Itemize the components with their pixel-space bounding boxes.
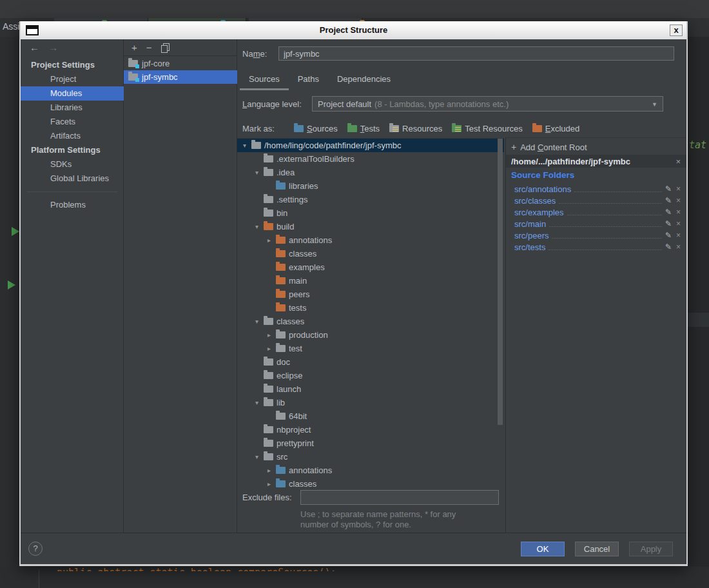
edit-icon[interactable]: ✎ [665,184,672,193]
source-folder-link[interactable]: src/examples [514,208,564,217]
cancel-button[interactable]: Cancel [575,542,619,556]
run-icon[interactable] [12,227,19,236]
tab-sources[interactable]: Sources [240,70,289,90]
tree-node--settings[interactable]: .settings [237,193,504,206]
tree-node-classes[interactable]: classes [237,247,504,260]
source-folder-src-peers[interactable]: src/peers✎× [506,230,686,241]
chevron-collapsed-icon[interactable]: ▸ [264,467,274,474]
tree-node-64bit[interactable]: 64bit [237,409,504,423]
source-folder-link[interactable]: src/peers [514,231,549,240]
ok-button[interactable]: OK [521,542,565,556]
tree-node-tests[interactable]: tests [237,301,504,315]
tree-node-examples[interactable]: examples [237,260,504,274]
content-root-row[interactable]: /home/.../pathfinder/jpf-symbc × [506,155,686,168]
tree-node-build[interactable]: ▾build [237,220,504,233]
remove-icon[interactable]: × [676,219,681,228]
remove-icon[interactable]: − [146,42,152,53]
module-item-jpf-symbc[interactable]: jpf-symbc [124,70,237,84]
sidebar-item-modules[interactable]: Modules [21,86,124,101]
source-folder-link[interactable]: src/annotations [514,184,571,194]
add-icon[interactable]: + [131,42,137,53]
tree-node-eclipse[interactable]: eclipse [237,369,504,382]
chevron-expanded-icon[interactable]: ▾ [252,169,262,176]
edit-icon[interactable]: ✎ [665,219,672,228]
edit-icon[interactable]: ✎ [665,242,672,251]
chevron-expanded-icon[interactable]: ▾ [252,223,262,230]
tree-node-annotations[interactable]: ▸annotations [237,464,504,477]
sidebar-item-problems[interactable]: Problems [21,198,124,212]
sidebar-item-facets[interactable]: Facets [21,115,124,129]
exclude-files-input[interactable] [300,490,499,505]
source-folder-src-main[interactable]: src/main✎× [506,218,686,230]
remove-content-root-icon[interactable]: × [675,157,681,166]
edit-icon[interactable]: ✎ [665,231,672,240]
mark-as-resources[interactable]: Resources [389,124,442,133]
edit-icon[interactable]: ✎ [665,196,672,205]
tab-paths[interactable]: Paths [289,70,328,90]
source-folder-src-examples[interactable]: src/examples✎× [506,206,686,218]
remove-icon[interactable]: × [676,231,681,240]
tree-node--externaltoolbuilders[interactable]: .externalToolBuilders [237,152,504,166]
forward-icon[interactable]: → [48,42,58,53]
sidebar-item-libraries[interactable]: Libraries [21,101,124,115]
tree-node-annotations[interactable]: ▸annotations [237,233,504,247]
exclude-files-hint: number of symbols, ? for one. [300,520,411,529]
chevron-collapsed-icon[interactable]: ▸ [264,331,274,338]
mark-as-test-resources[interactable]: Test Resources [452,124,523,133]
edit-icon[interactable]: ✎ [665,208,672,217]
tree-node--home-ling-code-pathfinder-jpf-symbc[interactable]: ▾/home/ling/code/pathfinder/jpf-symbc [237,139,504,152]
tree-node-launch[interactable]: launch [237,382,504,396]
source-folder-src-tests[interactable]: src/tests✎× [506,241,686,253]
tree-node-test[interactable]: ▸test [237,342,504,355]
tree-node-src[interactable]: ▾src [237,450,504,464]
sidebar-item-project[interactable]: Project [21,72,124,86]
run-icon[interactable] [8,280,15,289]
remove-icon[interactable]: × [676,184,681,193]
help-icon[interactable]: ? [28,542,43,556]
dialog-titlebar[interactable]: Project Structure x [21,21,686,39]
chevron-expanded-icon[interactable]: ▾ [252,399,262,406]
tree-node-prettyprint[interactable]: prettyprint [237,436,504,450]
tree-node-peers[interactable]: peers [237,288,504,301]
remove-icon[interactable]: × [676,242,681,251]
back-icon[interactable]: ← [30,42,39,53]
tree-node-bin[interactable]: bin [237,206,504,220]
mark-as-excluded[interactable]: Excluded [532,124,579,133]
chevron-expanded-icon[interactable]: ▾ [252,318,262,325]
sidebar-item-sdks[interactable]: SDKs [21,157,124,172]
chevron-expanded-icon[interactable]: ▾ [252,453,262,460]
chevron-collapsed-icon[interactable]: ▸ [264,237,274,244]
language-level-select[interactable]: Project default (8 - Lambdas, type annot… [312,96,663,112]
tree-node-classes[interactable]: ▾classes [237,315,504,328]
source-folder-link[interactable]: src/classes [514,196,556,206]
add-content-root-button[interactable]: + Add Content Root [506,141,686,153]
source-folder-link[interactable]: src/tests [514,242,545,252]
chevron-collapsed-icon[interactable]: ▸ [264,345,274,352]
tab-dependencies[interactable]: Dependencies [328,70,400,90]
tree-node--idea[interactable]: ▾.idea [237,166,504,179]
tree-node-libraries[interactable]: libraries [237,179,504,193]
remove-icon[interactable]: × [676,208,681,217]
chevron-expanded-icon[interactable]: ▾ [240,142,249,149]
tree-node-classes[interactable]: ▸classes [237,477,504,489]
tree-node-production[interactable]: ▸production [237,328,504,342]
tree-node-main[interactable]: main [237,274,504,288]
chevron-collapsed-icon[interactable]: ▸ [264,480,274,487]
sidebar-item-artifacts[interactable]: Artifacts [21,129,124,143]
source-folder-src-classes[interactable]: src/classes✎× [506,195,686,206]
remove-icon[interactable]: × [676,196,681,205]
tree-node-doc[interactable]: doc [237,355,504,369]
sidebar-item-global-libraries[interactable]: Global Libraries [21,172,124,186]
close-icon[interactable]: x [670,24,683,36]
source-folder-src-annotations[interactable]: src/annotations✎× [506,183,686,195]
mark-as-tests[interactable]: Tests [347,124,380,133]
source-folder-link[interactable]: src/main [514,219,546,229]
tree-node-lib[interactable]: ▾lib [237,396,504,409]
tree-scrollbar[interactable] [497,139,503,489]
copy-icon[interactable] [161,43,169,52]
module-name-input[interactable] [278,46,674,61]
mark-as-sources[interactable]: Sources [294,124,338,133]
scrollbar-thumb[interactable] [498,139,503,425]
tree-node-nbproject[interactable]: nbproject [237,423,504,436]
module-item-jpf-core[interactable]: jpf-core [124,57,237,70]
